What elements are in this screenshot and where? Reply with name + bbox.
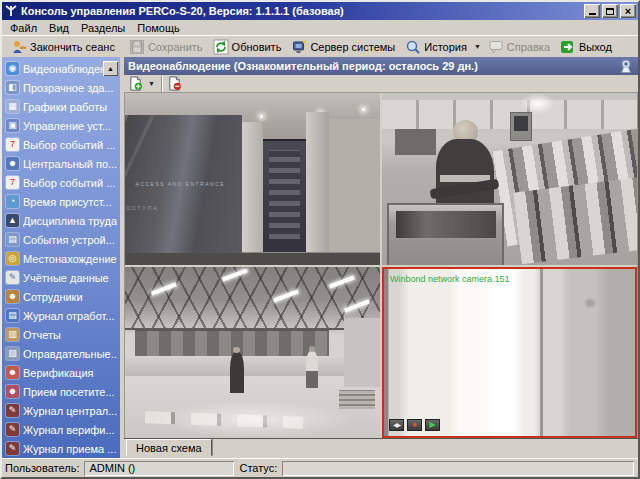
play-button[interactable]: ▶ [425, 419, 440, 431]
sidebar-item-19[interactable]: ✎Журнал централ... [2, 401, 120, 420]
sidebar-item-18[interactable]: ☻Прием посетите... [2, 382, 120, 401]
scene-floor-sheen [151, 400, 355, 438]
section-header: Видеонаблюдение (Ознакомительный период:… [124, 57, 638, 75]
sidebar-item-20[interactable]: ✎Журнал верифи... [2, 420, 120, 439]
history-label: История [424, 41, 467, 53]
sidebar-item-label: Журнал отработ... [23, 310, 115, 322]
scene-open-turnstile [387, 203, 504, 265]
scene-lamp-glow [520, 93, 556, 114]
remove-camera-button[interactable] [166, 76, 183, 91]
help-icon [488, 39, 504, 55]
sidebar-item-14[interactable]: ▤Журнал отработ... [2, 306, 120, 325]
menu-help[interactable]: Помощь [131, 22, 186, 34]
sidebar-item-17[interactable]: ☻Верификация [2, 363, 120, 382]
sidebar-item-8[interactable]: ◔Время присутст... [2, 192, 120, 211]
scene-person-dark [230, 352, 244, 393]
history-button[interactable]: История [400, 38, 472, 56]
sidebar-item-1[interactable]: ◉Видеонаблюдени...▲ [2, 59, 120, 78]
transparent-building-icon: ◧ [6, 81, 19, 94]
title-bar: Консоль управления PERCo-S-20, Версия: 1… [2, 2, 638, 20]
sidebar-item-3[interactable]: ▦Графики работы [2, 97, 120, 116]
sidebar-item-2[interactable]: ◧Прозрачное зда... [2, 78, 120, 97]
camera-view-bottom-left[interactable] [125, 267, 380, 439]
sidebar-scroll-up-button[interactable]: ▲ [103, 61, 118, 76]
sidebar-item-5[interactable]: 7Выбор событий ... [2, 135, 120, 154]
sidebar-item-label: Верификация [23, 367, 94, 379]
sidebar-item-12[interactable]: ✎Учётные данные [2, 268, 120, 287]
scene-floor [125, 253, 380, 265]
maximize-icon [606, 8, 614, 15]
menu-sections[interactable]: Разделы [75, 22, 131, 34]
save-icon [129, 39, 145, 55]
refresh-label: Обновить [232, 41, 282, 53]
video-camera-icon [618, 58, 634, 74]
menu-view[interactable]: Вид [43, 22, 75, 34]
scene-cabinet [395, 129, 436, 155]
tab-new-scheme[interactable]: Новая схема [126, 439, 212, 456]
system-server-label: Сервер системы [310, 41, 395, 53]
scheme-tab-strip: Новая схема [124, 438, 638, 458]
location-icon: ◎ [6, 252, 19, 265]
end-session-label: Закончить сеанс [30, 41, 115, 53]
help-button[interactable]: Справка [483, 38, 555, 56]
save-button[interactable]: Сохранить [124, 38, 208, 56]
sidebar-item-11[interactable]: ◎Местонахождение [2, 249, 120, 268]
ceiling-light-icon [260, 115, 263, 118]
video-toolbar-separator [161, 76, 162, 92]
frame-step-button[interactable]: ◀▶ [389, 419, 404, 431]
sidebar-item-21[interactable]: ✎Журнал приема ... [2, 439, 120, 458]
sidebar-item-6[interactable]: ☻Центральный по... [2, 154, 120, 173]
sidebar-item-9[interactable]: ▲Дисциплина труда [2, 211, 120, 230]
menu-bar: Файл Вид Разделы Помощь [2, 20, 638, 35]
system-server-button[interactable]: Сервер системы [286, 38, 400, 56]
central-journal-icon: ✎ [6, 404, 19, 417]
maximize-button[interactable] [602, 4, 618, 18]
central-post-icon: ☻ [6, 157, 19, 170]
presence-time-icon: ◔ [6, 195, 19, 208]
help-label: Справка [507, 41, 550, 53]
window-title: Консоль управления PERCo-S-20, Версия: 1… [21, 5, 581, 17]
minimize-icon [589, 13, 596, 15]
ceiling-light-icon [362, 108, 365, 111]
status-label: Статус: [239, 462, 277, 474]
sidebar-item-7[interactable]: 7Выбор событий ... [2, 173, 120, 192]
add-camera-button[interactable] [127, 76, 144, 91]
sidebar-item-label: Оправдательные... [23, 348, 118, 360]
camera-grid: ACCESS AND ENTRANCE ОСТУПА [124, 92, 638, 438]
sidebar-item-10[interactable]: ▤События устрой... [2, 230, 120, 249]
reports-icon: ▥ [6, 328, 19, 341]
status-bar: Пользователь: ADMIN () Статус: [2, 458, 638, 477]
history-dropdown-arrow[interactable]: ▼ [472, 43, 483, 50]
remove-camera-icon [167, 76, 182, 91]
sidebar-item-13[interactable]: ☻Сотрудники [2, 287, 120, 306]
admission-journal-icon: ✎ [6, 442, 19, 455]
exit-label: Выход [579, 41, 612, 53]
add-camera-dropdown-arrow[interactable]: ▼ [146, 80, 157, 87]
app-window: Консоль управления PERCo-S-20, Версия: 1… [0, 0, 640, 479]
end-session-button[interactable]: Закончить сеанс [6, 38, 120, 56]
worktime-journal-icon: ▤ [6, 309, 19, 322]
close-button[interactable]: × [620, 4, 636, 18]
minimize-button[interactable] [584, 4, 600, 18]
refresh-icon [213, 39, 229, 55]
user-value-field: ADMIN () [84, 461, 234, 476]
sidebar-item-16[interactable]: ▨Оправдательные... [2, 344, 120, 363]
sidebar-item-4[interactable]: ▣Управление уст... [2, 116, 120, 135]
sidebar-item-15[interactable]: ▥Отчеты [2, 325, 120, 344]
sidebar-item-label: События устрой... [23, 234, 115, 246]
section-title: Видеонаблюдение (Ознакомительный период:… [128, 60, 618, 72]
work-schedules-icon: ▦ [6, 100, 19, 113]
exit-button[interactable]: Выход [555, 38, 617, 56]
glass-sign-text: ACCESS AND ENTRANCE [136, 181, 226, 187]
camera-view-top-right[interactable] [382, 93, 637, 265]
sidebar-item-label: Учётные данные [23, 272, 109, 284]
refresh-button[interactable]: Обновить [208, 38, 287, 56]
save-label: Сохранить [148, 41, 203, 53]
verification-icon: ☻ [6, 366, 19, 379]
camera-view-top-left[interactable]: ACCESS AND ENTRANCE ОСТУПА [125, 93, 380, 265]
sidebar-item-label: Время присутст... [23, 196, 112, 208]
camera-view-bottom-right-selected[interactable]: Winbond network camera 151 ◀▶ ● ▶ [382, 267, 637, 439]
menu-file[interactable]: Файл [4, 22, 43, 34]
account-data-icon: ✎ [6, 271, 19, 284]
record-button[interactable]: ● [407, 419, 422, 431]
